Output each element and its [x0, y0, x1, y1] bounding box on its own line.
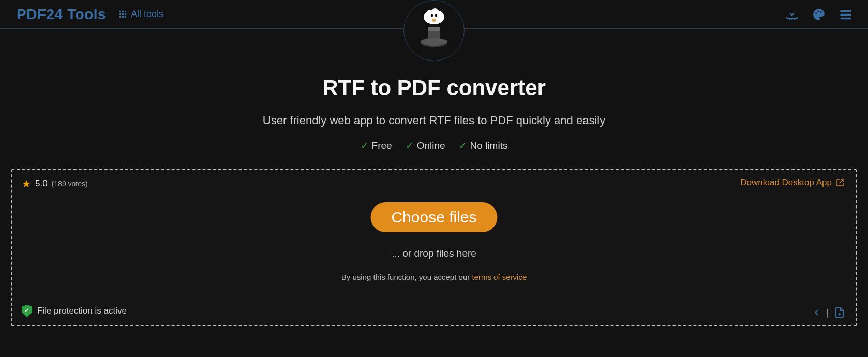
svg-point-1 — [791, 19, 792, 20]
svg-line-16 — [428, 23, 429, 27]
svg-point-13 — [431, 14, 433, 17]
page-subtitle: User friendly web app to convert RTF fil… — [0, 114, 868, 127]
add-file-icon[interactable] — [834, 307, 845, 318]
shield-icon — [22, 305, 32, 317]
svg-point-21 — [421, 38, 447, 46]
all-tools-label: All tools — [131, 9, 163, 20]
header: PDF24 Tools All tools — [0, 0, 868, 29]
separator: | — [826, 307, 829, 318]
brand-logo[interactable]: PDF24 Tools — [17, 6, 106, 23]
choose-files-button[interactable]: Choose files — [370, 202, 497, 232]
rating-votes: (189 votes) — [52, 180, 88, 188]
sheep-icon — [418, 7, 450, 28]
rating-score: 5.0 — [35, 178, 48, 189]
file-protection[interactable]: File protection is active — [22, 305, 127, 317]
palette-icon[interactable] — [811, 7, 827, 22]
feature-row: ✓Free ✓Online ✓No limits — [0, 140, 868, 152]
svg-point-2 — [794, 19, 795, 20]
svg-point-14 — [435, 14, 437, 17]
rating[interactable]: ★ 5.0 (189 votes) — [22, 177, 88, 190]
feature-online: ✓Online — [406, 140, 445, 152]
drop-hint: ... or drop files here — [392, 248, 476, 259]
mascot-badge — [403, 0, 465, 61]
download-icon[interactable] — [784, 7, 800, 22]
svg-point-4 — [818, 10, 819, 12]
star-icon: ★ — [22, 177, 31, 190]
grid-icon — [119, 11, 127, 18]
feature-free: ✓Free — [361, 140, 392, 152]
menu-icon[interactable] — [838, 7, 854, 22]
page-title: RTF to PDF converter — [0, 76, 868, 100]
feature-nolimits: ✓No limits — [459, 140, 508, 152]
hero: RTF to PDF converter User friendly web a… — [0, 76, 868, 152]
svg-point-0 — [789, 19, 790, 20]
svg-rect-19 — [428, 27, 440, 31]
top-hat-icon — [418, 27, 450, 50]
header-right — [784, 7, 854, 22]
svg-point-3 — [815, 12, 817, 14]
external-link-icon — [836, 178, 844, 187]
svg-rect-7 — [841, 13, 851, 16]
download-desktop-label: Download Desktop App — [740, 177, 832, 188]
svg-rect-8 — [841, 17, 851, 19]
svg-rect-6 — [841, 10, 851, 11]
tos-line: By using this function, you accept our t… — [341, 273, 527, 281]
file-protection-label: File protection is active — [37, 306, 127, 316]
tos-prefix: By using this function, you accept our — [341, 273, 472, 281]
chevron-left-icon[interactable] — [813, 308, 821, 317]
download-desktop-link[interactable]: Download Desktop App — [740, 177, 844, 188]
svg-point-5 — [820, 11, 822, 13]
svg-line-17 — [439, 23, 440, 27]
bottom-right-controls: | — [813, 307, 845, 318]
dropzone[interactable]: ★ 5.0 (189 votes) Download Desktop App C… — [11, 169, 857, 326]
all-tools-link[interactable]: All tools — [119, 9, 163, 20]
svg-point-15 — [432, 19, 436, 22]
tos-link[interactable]: terms of service — [472, 273, 527, 281]
